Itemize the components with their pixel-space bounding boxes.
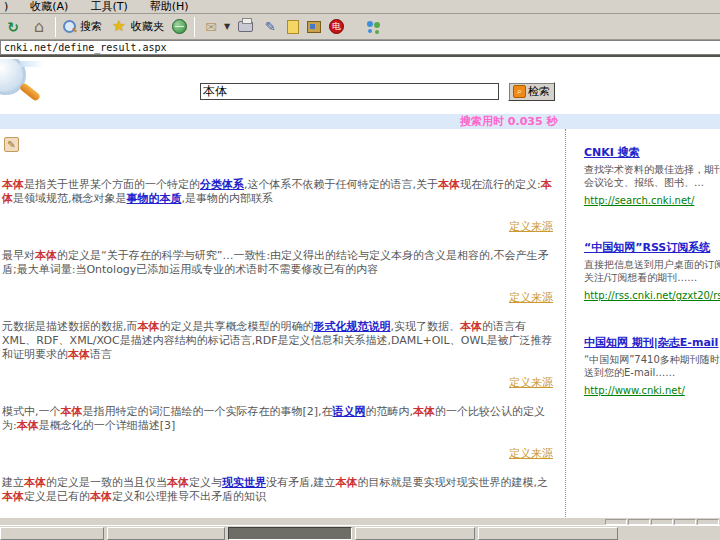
toolbox-icon bbox=[307, 21, 321, 33]
result-snippet-text: ,这个体系不依赖于任何特定的语言,关于 bbox=[244, 178, 438, 191]
mail-icon: ✉ bbox=[202, 18, 220, 36]
highlighted-term: 本体 bbox=[35, 249, 57, 262]
submit-search-button[interactable]: ⌕ 检索 bbox=[508, 82, 555, 101]
result-snippet-text: 的范畴内, bbox=[366, 405, 414, 418]
definition-source-link[interactable]: 定义来源 bbox=[509, 220, 553, 233]
definition-source-link[interactable]: 定义来源 bbox=[509, 376, 553, 389]
highlighted-term: 本体 bbox=[2, 490, 24, 503]
toolbox-button[interactable] bbox=[303, 19, 325, 35]
results-column: ✎ 本体是指关于世界某个方面的一个特定的分类体系,这个体系不依赖于任何特定的语言… bbox=[0, 129, 566, 517]
result-snippet-text: ,是事物的内部联系 bbox=[182, 192, 274, 205]
result-snippet-text: 没有矛盾,建立 bbox=[266, 476, 336, 489]
printer-icon bbox=[238, 21, 253, 32]
highlighted-term: 本体 bbox=[413, 405, 435, 418]
result-text: 模式中,一个本体是指用特定的词汇描绘的一个实际存在的事物[2],在语义网的范畴内… bbox=[2, 405, 555, 433]
sidebar-ad-title-link[interactable]: “中国知网”RSS订阅系统 bbox=[584, 240, 710, 255]
definition-source-link[interactable]: 定义来源 bbox=[509, 447, 553, 460]
favorites-button[interactable]: ★ 收藏夹 bbox=[106, 16, 168, 38]
result-snippet-text: 是指关于世界某个方面的一个特定的 bbox=[24, 178, 200, 191]
sidebar-ad-title-link[interactable]: CNKI 搜索 bbox=[584, 145, 640, 160]
mail-button[interactable]: ✉ ▼ bbox=[198, 16, 234, 38]
sidebar-ad-url-link[interactable]: http://search.cnki.net/ bbox=[584, 195, 694, 206]
result-inline-link[interactable]: 语义网 bbox=[333, 405, 366, 418]
result-inline-link[interactable]: 事物的本质 bbox=[127, 192, 182, 205]
result-text: 最早对本体的定义是“关于存在的科学与研究”…一致性:由定义得出的结论与定义本身的… bbox=[2, 249, 555, 277]
result-inline-link[interactable]: 现实世界 bbox=[222, 476, 266, 489]
print-button[interactable] bbox=[234, 19, 257, 34]
status-pane bbox=[651, 519, 673, 525]
result-inline-link[interactable]: 形式化规范说明 bbox=[314, 320, 391, 333]
result-snippet-text: ,实现了数据、 bbox=[391, 320, 461, 333]
address-input[interactable]: cnki.net/define_result.aspx bbox=[0, 40, 720, 55]
result-item: 最早对本体的定义是“关于存在的科学与研究”…一致性:由定义得出的结论与定义本身的… bbox=[2, 249, 555, 305]
taskbar-window-button[interactable] bbox=[228, 527, 352, 540]
search-button[interactable]: 搜索 bbox=[59, 17, 106, 36]
menu-favorites[interactable]: 收藏(A) bbox=[28, 0, 70, 14]
sidebar-ad-block: CNKI 搜索查找学术资料的最佳选择，期刊、会议论文、报纸、图书、…http:/… bbox=[584, 141, 720, 208]
taskbar-window-button[interactable] bbox=[0, 527, 104, 540]
history-button[interactable] bbox=[168, 17, 191, 36]
search-time-bar: 搜索用时 0.035 秒 bbox=[0, 114, 720, 129]
result-snippet-text: 定义是已有的 bbox=[24, 490, 90, 503]
sidebar-ad-title-link[interactable]: 中国知网 期刊|杂志E-mail bbox=[584, 335, 718, 350]
browser-window: ) 收藏(A) 工具(T) 帮助(H) ↻ ⌂ 搜索 ★ 收藏夹 ✉ ▼ bbox=[0, 0, 720, 540]
edit-button[interactable]: ✎ bbox=[257, 16, 283, 38]
highlighted-term: 本体 bbox=[460, 320, 482, 333]
search-icon bbox=[63, 20, 77, 34]
status-pane bbox=[674, 519, 696, 525]
result-snippet-text: 最早对 bbox=[2, 249, 35, 262]
results-list: 本体是指关于世界某个方面的一个特定的分类体系,这个体系不依赖于任何特定的语言,关… bbox=[2, 178, 555, 517]
home-icon: ⌂ bbox=[30, 18, 48, 36]
red-app-icon: 电 bbox=[329, 19, 344, 34]
download-tool-button[interactable]: 电 bbox=[325, 17, 348, 36]
highlighted-term: 本体 bbox=[61, 405, 83, 418]
taskbar-window-button[interactable] bbox=[355, 527, 475, 540]
result-inline-link[interactable]: 分类体系 bbox=[200, 178, 244, 191]
notes-button[interactable] bbox=[283, 18, 303, 36]
highlighted-term: 本体 bbox=[336, 476, 358, 489]
toolbar-separator bbox=[55, 17, 56, 37]
result-item: 模式中,一个本体是指用特定的词汇描绘的一个实际存在的事物[2],在语义网的范畴内… bbox=[2, 405, 555, 461]
toolbar-separator bbox=[194, 17, 195, 37]
status-pane bbox=[605, 519, 627, 525]
sidebar-ad-url-link[interactable]: http://www.cnki.net/ bbox=[584, 385, 685, 396]
refresh-button[interactable]: ↻ bbox=[0, 16, 26, 38]
highlighted-term: 本体 bbox=[17, 419, 39, 432]
result-snippet-text: 建立 bbox=[2, 476, 24, 489]
menu-help[interactable]: 帮助(H) bbox=[148, 0, 191, 14]
result-snippet-text: 语言 bbox=[90, 348, 112, 361]
home-button[interactable]: ⌂ bbox=[26, 16, 52, 38]
menu-fragment: ) bbox=[2, 0, 10, 13]
result-item: 本体是指关于世界某个方面的一个特定的分类体系,这个体系不依赖于任何特定的语言,关… bbox=[2, 178, 555, 234]
source-row: 定义来源 bbox=[2, 442, 553, 461]
messenger-icon bbox=[366, 20, 382, 34]
sidebar-ad-description: “中国知网”7410多种期刊随时发送到您的E-mail…… bbox=[584, 353, 720, 379]
result-snippet-text: 定义与 bbox=[189, 476, 222, 489]
globe-icon bbox=[172, 19, 187, 34]
highlighted-term: 本体 bbox=[138, 320, 160, 333]
result-text: 元数据是描述数据的数据,而本体的定义是共享概念模型的明确的形式化规范说明,实现了… bbox=[2, 320, 555, 362]
favorites-button-label: 收藏夹 bbox=[131, 19, 164, 34]
status-bar bbox=[0, 517, 720, 525]
messenger-button[interactable] bbox=[362, 18, 386, 36]
highlighted-term: 本体 bbox=[438, 178, 460, 191]
taskbar-window-button[interactable] bbox=[478, 527, 618, 540]
result-snippet-text: 是领域规范,概念对象是 bbox=[13, 192, 127, 205]
definition-source-link[interactable]: 定义来源 bbox=[509, 291, 553, 304]
taskbar-window-button[interactable] bbox=[107, 527, 225, 540]
query-input[interactable] bbox=[200, 83, 499, 100]
source-row: 定义来源 bbox=[2, 215, 553, 234]
menu-bar: ) 收藏(A) 工具(T) 帮助(H) bbox=[0, 0, 720, 14]
result-snippet-text: 是概念化的一个详细描述[3] bbox=[39, 419, 176, 432]
sidebar-ad-description: 直接把信息送到用户桌面的订阅,关注/订阅想看的期刊…… bbox=[584, 258, 720, 284]
search-header: ⌕ 检索 bbox=[0, 59, 720, 114]
sidebar-ad-url-link[interactable]: http://rss.cnki.net/gzxt20/rss.htm bbox=[584, 290, 720, 301]
star-icon: ★ bbox=[110, 18, 128, 36]
search-time-text: 搜索用时 0.035 秒 bbox=[460, 115, 557, 128]
menu-tools[interactable]: 工具(T) bbox=[88, 0, 129, 14]
highlighted-term: 本体 bbox=[167, 476, 189, 489]
source-row: 定义来源 bbox=[2, 371, 553, 390]
highlighted-term: 本体 bbox=[90, 490, 112, 503]
sidebar-ad-block: 中国知网 期刊|杂志E-mail“中国知网”7410多种期刊随时发送到您的E-m… bbox=[584, 331, 720, 398]
result-snippet-text: 定义和公理推导不出矛盾的知识 bbox=[112, 490, 266, 503]
